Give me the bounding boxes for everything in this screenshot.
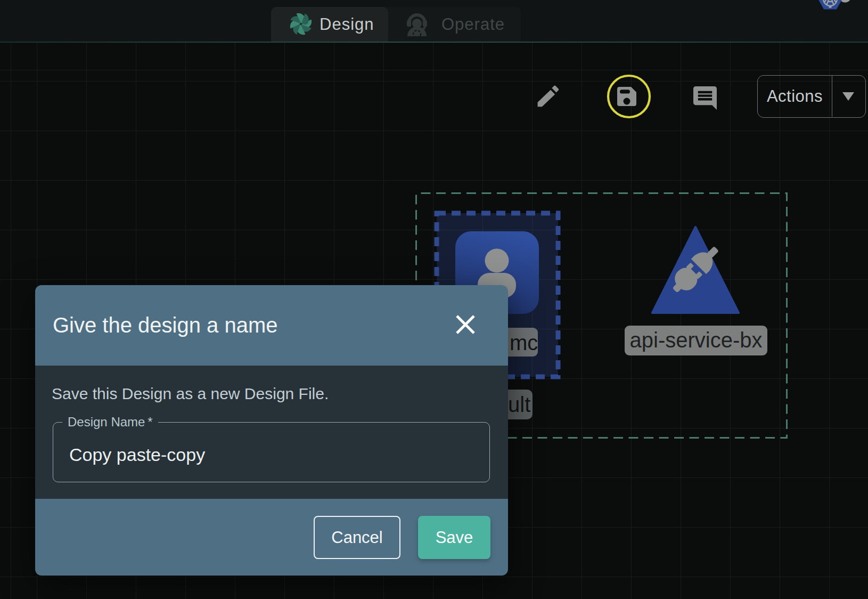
svg-text:mc: mc [510,331,538,354]
svg-text:api-service-bx: api-service-bx [630,328,763,352]
svg-text:ult: ult [508,393,530,416]
